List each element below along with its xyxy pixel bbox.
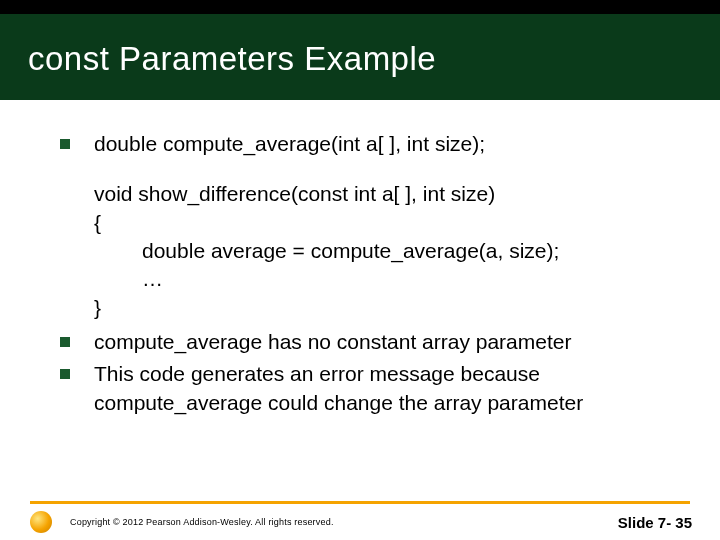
bullet-text: double compute_average(int a[ ], int siz… [94, 130, 680, 158]
bullet-item: double compute_average(int a[ ], int siz… [60, 130, 680, 158]
slide-title: const Parameters Example [28, 40, 436, 78]
title-band: const Parameters Example [0, 0, 720, 100]
copyright-text: Copyright © 2012 Pearson Addison-Wesley.… [70, 517, 334, 527]
top-black-bar [0, 0, 720, 14]
bullet-item: This code generates an error message bec… [60, 360, 680, 417]
slide-number: Slide 7- 35 [618, 514, 692, 531]
slide-content: double compute_average(int a[ ], int siz… [0, 100, 720, 417]
code-line: } [94, 294, 680, 322]
code-line: double average = compute_average(a, size… [94, 237, 680, 265]
bullet-text: This code generates an error message bec… [94, 360, 680, 417]
bullet-text: compute_average has no constant array pa… [94, 328, 680, 356]
footer: Copyright © 2012 Pearson Addison-Wesley.… [0, 504, 720, 540]
code-block: void show_difference(const int a[ ], int… [94, 180, 680, 322]
square-bullet-icon [60, 369, 70, 379]
bullet-item: compute_average has no constant array pa… [60, 328, 680, 356]
square-bullet-icon [60, 139, 70, 149]
square-bullet-icon [60, 337, 70, 347]
code-line: … [94, 265, 680, 293]
code-line: void show_difference(const int a[ ], int… [94, 180, 680, 208]
code-line: { [94, 209, 680, 237]
